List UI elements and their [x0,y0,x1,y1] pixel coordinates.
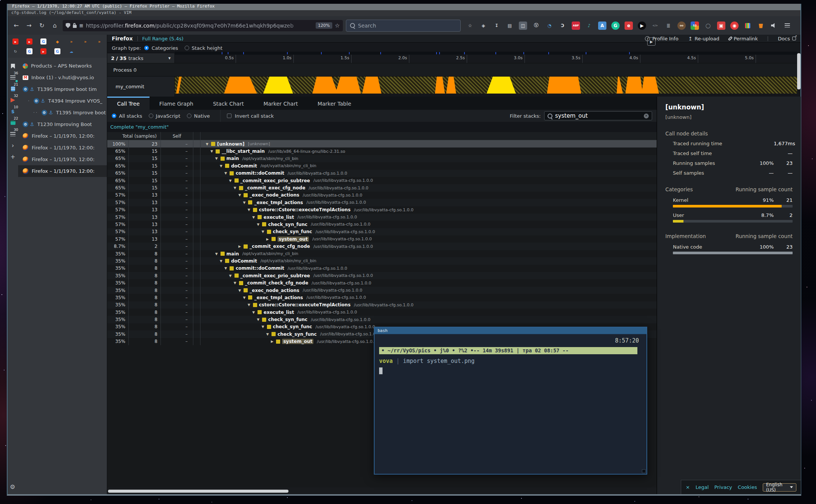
full-range-link[interactable]: Full Range (5.4s) [142,36,184,41]
terminal-body[interactable]: 8:57:20 • ~/rr/VyOS/pics • j%0 • ?%2 •--… [375,334,646,474]
expanded-arrow-icon[interactable]: ▼ [214,252,219,256]
permalink-button[interactable]: Permalink [729,36,758,41]
sidebars-active-icon[interactable]: ◫ [519,22,527,30]
process-row[interactable]: Process 0 [107,63,797,77]
tab-flame-graph[interactable]: Flame Graph [150,97,203,110]
reload-icon[interactable]: ↻ [37,21,47,31]
home-icon[interactable]: ⌂ [50,21,60,31]
call-tree-row[interactable]: 35%8–▼execute_list/usr/lib/libvyatta-cfg… [107,309,657,316]
sidebar-tab-1[interactable]: MInbox (1) - v.huti@vyos.io [18,72,107,83]
tab-marker-chart[interactable]: Marker Chart [254,97,308,110]
call-tree-row[interactable]: 57%13–▼_exec_tmpl_actions/usr/lib/libvya… [107,199,657,206]
expanded-arrow-icon[interactable]: ▼ [242,296,246,300]
expanded-arrow-icon[interactable]: ▼ [224,171,228,175]
gray-ring-icon[interactable]: ◯ [704,22,712,30]
sidebar-tab-3[interactable]: ·⚙⚓T4394 Improve VYOS_ [18,95,107,107]
google-favicon[interactable]: G [40,38,46,45]
expanded-arrow-icon[interactable]: ▼ [261,325,265,329]
zoom-level-badge[interactable]: 120% [316,22,332,29]
google-favicon[interactable]: G [54,48,60,54]
library-icon[interactable]: ▤ [506,22,514,30]
call-tree-row[interactable]: 57%13–▼cstore::Cstore::executeTmplAction… [107,206,657,214]
expanded-arrow-icon[interactable]: ▼ [256,318,260,321]
call-tree-row[interactable]: 35%8–▼_exec_node_actions/usr/lib/libvyat… [107,287,657,294]
expanded-arrow-icon[interactable]: ▼ [265,332,270,336]
cloud-favicon[interactable]: ☁ [68,48,74,54]
expanded-arrow-icon[interactable]: ▼ [219,259,223,263]
timeline-scrollbar[interactable] [797,53,801,89]
pocket-shield-icon[interactable]: ◈ [479,22,487,30]
call-tree-row[interactable]: 35%8–▼main/opt/vyatta/sbin/my_cli_bin [107,250,657,257]
filter-stacks-input[interactable]: system_out ✕ [544,111,652,120]
terminal-titlebar[interactable]: bash [375,327,646,334]
panel-flag-icon[interactable] [8,62,17,70]
panel-dollar-icon[interactable]: $10 [8,108,17,115]
call-tree-row[interactable]: 57%13–▼check_syn_func/usr/lib/libvyatta-… [107,228,657,235]
track-activity-graph[interactable] [175,77,797,94]
translate-icon[interactable]: A [598,22,606,30]
play-black-icon[interactable]: ▶ [638,22,646,30]
forward-icon[interactable]: → [24,21,34,31]
call-tree-row[interactable]: 65%15–▼main/opt/vyatta/sbin/my_cli_bin [107,155,657,162]
horn-favicon[interactable]: » [68,38,74,45]
compass-icon[interactable]: ◔ [545,22,554,30]
collapsed-arrow-icon[interactable]: ▶ [270,340,274,343]
expanded-arrow-icon[interactable]: ▼ [219,164,223,168]
settings-gear-icon[interactable]: ⚙ [10,483,15,490]
tab-marker-table[interactable]: Marker Table [308,97,361,110]
invert-call-stack-checkbox[interactable] [227,114,231,118]
cube-favicon[interactable]: ◆ [54,38,60,45]
refresh-favicon[interactable]: ↻ [12,48,19,54]
graph-type-radio-stack-height[interactable] [185,46,189,50]
collapsed-arrow-icon[interactable]: ▶ [238,244,242,248]
back-icon[interactable]: ← [11,21,21,31]
adblock-plus-icon[interactable]: ABP [572,22,580,30]
panel-play-icon[interactable]: 32 [8,96,17,104]
expanded-arrow-icon[interactable]: ▼ [256,223,260,226]
permissions-icon[interactable]: ▦ [79,23,83,28]
language-select[interactable]: English (US) [763,483,796,492]
column-self[interactable]: Self [161,132,193,140]
tab-call-tree[interactable]: Call Tree [107,97,150,110]
footer-link-legal[interactable]: Legal [696,484,709,490]
expanded-arrow-icon[interactable]: ▼ [251,310,256,314]
call-tree-row[interactable]: 35%8–▼_exec_tmpl_actions/usr/lib/libvyat… [107,294,657,301]
url-bar[interactable]: ▦ https://profiler.firefox.com/public/cp… [63,20,343,31]
expanded-arrow-icon[interactable]: ▼ [228,274,233,278]
terminal-resize-grip[interactable] [642,469,646,473]
search-bar[interactable]: Search [346,20,461,32]
tab-stack-chart[interactable]: Stack Chart [203,97,254,110]
panel-chevron-icon[interactable]: › [8,141,17,149]
track-row[interactable]: my_commit [107,77,797,97]
bookmark-star-icon[interactable]: ☆ [466,22,474,30]
sidebar-tab-0[interactable]: Products – APS Networks [18,60,107,72]
call-tree-row[interactable]: 8.7%2–▶_commit_exec_cfg_node/usr/lib/lib… [107,243,657,250]
call-tree-row[interactable]: 65%15–▼doCommit/opt/vyatta/sbin/my_cli_b… [107,162,657,169]
expanded-arrow-icon[interactable]: ▼ [224,266,228,270]
color-bars-icon[interactable] [744,22,752,30]
tracks-dropdown[interactable]: 2 / 35 tracks ▼ [107,53,175,63]
expanded-arrow-icon[interactable]: ▼ [247,303,251,307]
call-tree-row[interactable]: 100%23–▼[unknown][unknown] [107,140,657,148]
grammarly-icon[interactable]: G [611,22,620,30]
expanded-arrow-icon[interactable]: ▼ [210,149,214,153]
horizontal-scrollbar-thumb[interactable] [108,490,288,493]
horn-favicon[interactable]: » [96,38,102,45]
expanded-arrow-icon[interactable]: ▼ [247,208,251,212]
dark-c-icon[interactable]: Ɔ [558,22,567,30]
google-favicon[interactable]: G [26,48,32,54]
red-e-icon[interactable]: e [625,22,633,30]
open-sidebar-button[interactable]: ▶ [647,37,656,46]
expanded-arrow-icon[interactable]: ▼ [251,215,256,219]
code-icon[interactable]: </> [651,22,659,30]
close-footer-icon[interactable]: × [686,484,690,490]
sidebar-tab-2[interactable]: ⚙⚓T1395 Improve boot tim [18,83,107,95]
tracking-shield-icon[interactable] [66,23,70,28]
call-tree-row[interactable]: 57%13–▼check_syn_func/usr/lib/libvyatta-… [107,221,657,228]
sidebar-tab-5[interactable]: ⚙⚓T1230 Improving Boot [18,118,107,130]
call-tree-row[interactable]: 35%8–▼cstore::Cstore::executeTmplActions… [107,301,657,309]
expanded-arrow-icon[interactable]: ▼ [214,157,219,160]
speaker-icon[interactable] [770,22,778,30]
panel-plus-icon[interactable]: + [8,153,17,161]
stack-type-radio-native[interactable] [187,114,191,118]
